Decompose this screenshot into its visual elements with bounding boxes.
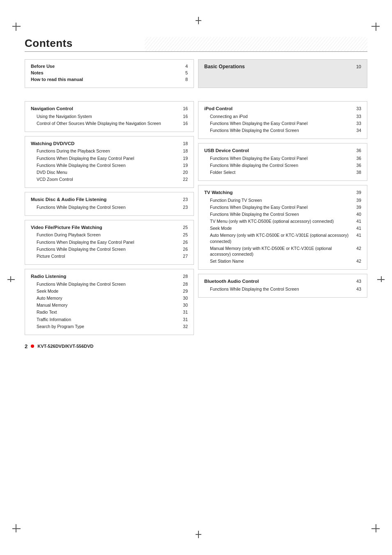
section-usb-device: USB Device Control36Functions When Displ… [198,143,367,181]
section-entry: Manual Memory30 [31,302,188,308]
section-entry: Connecting an iPod33 [204,113,361,119]
section-entry: Functions While Displaying the Control S… [204,286,361,292]
section-bluetooth-audio: Bluetooth Audio Control43Functions While… [198,274,367,298]
corner-mark-tr [367,23,380,35]
entry-page: 30 [180,302,188,308]
entry-title: Radio Listening [31,273,180,280]
entry-title: Connecting an iPod [204,113,353,119]
entry-title: Folder Select [204,169,353,175]
bullet-icon [31,345,34,348]
entry-title: Traffic Information [31,317,180,322]
entry-page: 33 [353,113,361,119]
entry-page: 19 [180,162,188,168]
toc-page: 10 [353,64,361,69]
entry-page: 26 [180,239,188,245]
entry-title: Video File/Picture File Watching [31,224,180,231]
entry-title: Bluetooth Audio Control [204,278,353,285]
svg-rect-1 [145,37,367,52]
toc-entry: Basic Operations10 [204,64,361,69]
entry-title: Functions When Displaying the Easy Contr… [204,120,353,126]
entry-title: Functions While Displaying the Control S… [31,204,180,210]
entry-page: 23 [180,197,188,202]
toc-entry: Before Use4 [31,64,188,69]
toc-title: Before Use [31,64,180,69]
entry-page: 22 [180,176,188,182]
entry-page: 32 [180,324,188,329]
toc-page: 8 [180,77,188,82]
basic-operations-box: Basic Operations10 [198,59,367,88]
entry-title: Control of Other Sources While Displayin… [31,120,180,126]
entry-page: 41 [353,225,361,231]
section-entry: Navigation Control16 [31,106,188,112]
entry-title: Function During Playback Screen [31,232,180,238]
entry-title: VCD Zoom Control [31,176,180,182]
top-section: Before Use4Notes5How to read this manual… [25,59,367,88]
entry-page: 19 [180,155,188,161]
entry-page: 41 [353,232,361,238]
page-number: 2 [25,343,28,349]
entry-page: 39 [353,190,361,195]
entry-title: Functions When Displaying the Easy Contr… [204,155,353,161]
entry-page: 18 [180,141,188,146]
section-ipod-control: iPod Control33Connecting an iPod33Functi… [198,101,367,139]
entry-title: Auto Memory [31,295,180,301]
entry-title: Function During TV Screen [204,197,353,203]
entry-page: 18 [180,148,188,154]
section-entry: Folder Select38 [204,169,361,175]
entry-page: 20 [180,169,188,175]
entry-page: 28 [180,281,188,287]
section-radio-listening: Radio Listening28Functions While Display… [25,269,194,335]
entry-page: 43 [353,286,361,292]
section-entry: Picture Control27 [31,253,188,259]
section-entry: Seek Mode29 [31,288,188,294]
corner-mark-tl [12,23,25,35]
entry-page: 26 [180,246,188,252]
section-entry: Functions While Displaying the Control S… [204,211,361,217]
entry-page: 33 [353,120,361,126]
section-entry: Functions While displaying the Control S… [204,162,361,168]
section-video-file: Video File/Picture File Watching25Functi… [25,220,194,265]
entry-title: Functions While Displaying the Control S… [31,162,180,168]
section-entry: Watching DVD/VCD18 [31,141,188,147]
entry-page: 33 [353,106,361,111]
entry-title: Seek Mode [204,225,353,231]
section-entry: Function During TV Screen39 [204,197,361,203]
entry-title: TV Watching [204,190,353,196]
section-entry: Functions During the Playback Screen18 [31,148,188,154]
entry-title: Functions When Displaying the Easy Contr… [204,204,353,210]
section-watching-dvd: Watching DVD/VCD18Functions During the P… [25,136,194,188]
section-entry: TV Watching39 [204,190,361,196]
entry-title: DVD Disc Menu [31,169,180,175]
entry-page: 41 [353,218,361,224]
section-tv-watching: TV Watching39Function During TV Screen39… [198,185,367,270]
section-entry: Traffic Information31 [31,317,188,322]
entry-title: Seek Mode [31,288,180,294]
entry-title: Functions When Displaying the Easy Contr… [31,155,180,161]
section-entry: Functions When Displaying the Easy Contr… [204,120,361,126]
section-entry: Video File/Picture File Watching25 [31,224,188,231]
before-use-box: Before Use4Notes5How to read this manual… [25,59,194,88]
entry-page: 34 [353,127,361,133]
entry-title: Picture Control [31,253,180,259]
section-entry: Auto Memory30 [31,295,188,301]
entry-title: Functions While Displaying the Control S… [31,281,180,287]
entry-title: USB Device Control [204,148,353,154]
entry-title: Functions While Displaying the Control S… [204,211,353,217]
toc-entry: How to read this manual8 [31,77,188,82]
entry-title: Functions When Displaying the Easy Contr… [31,239,180,245]
section-entry: TV Menu (only with KTC-D500E (optional a… [204,218,361,224]
section-entry: iPod Control33 [204,106,361,112]
entry-title: Functions While Displaying the Control S… [31,246,180,252]
entry-title: Manual Memory [31,302,180,308]
entry-title: iPod Control [204,106,353,112]
entry-page: 31 [180,317,188,322]
entry-page: 39 [353,204,361,210]
section-entry: Using the Navigation System16 [31,113,188,119]
entry-page: 29 [180,288,188,294]
entry-page: 42 [353,258,361,264]
toc-page: 5 [180,70,188,75]
section-entry: Radio Text31 [31,309,188,315]
page-footer: 2 KVT-526DVD/KVT-556DVD [25,343,367,349]
section-entry: Music Disc & Audio File Listening23 [31,197,188,203]
section-entry: Bluetooth Audio Control43 [204,278,361,285]
